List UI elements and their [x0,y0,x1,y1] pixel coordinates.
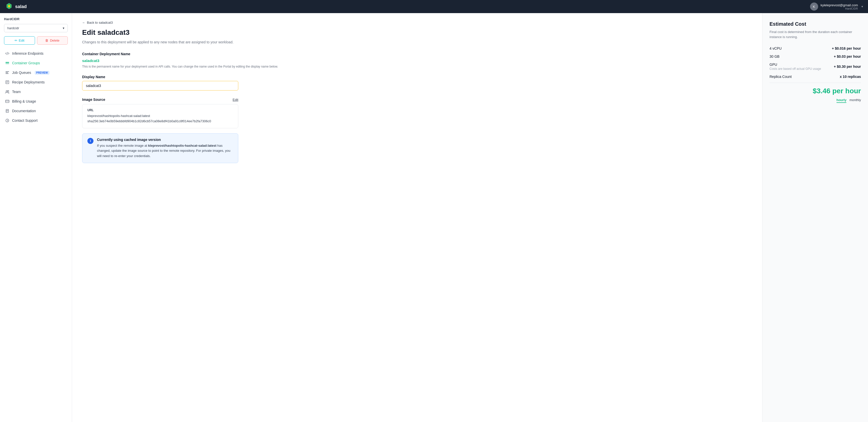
vcpu-value: + $0.016 per hour [832,47,861,50]
memory-value: + $0.03 per hour [834,54,861,58]
sidebar-actions: ✏ Edit 🗑 Delete [4,36,68,45]
sidebar-item-label: Team [12,90,21,94]
page-layout: HardCIDR hardcidr ▾ ✏ Edit 🗑 Delete Infe… [0,13,868,422]
svg-rect-4 [5,63,9,64]
sidebar-item-contact-support[interactable]: Contact Support [0,116,72,125]
user-menu[interactable]: K kyleleprevost@gmail.com HardCIDR ▾ [810,2,863,10]
docs-icon [5,109,9,113]
svg-rect-3 [5,62,9,63]
sidebar-item-recipe-deployments[interactable]: Recipe Deployments [0,77,72,87]
preview-badge: PREVIEW [35,71,50,75]
page-description: Changes to this deployment will be appli… [82,39,752,45]
cost-row-gpu: GPU Costs are based off actual GPU usage… [770,62,861,71]
svg-point-9 [8,90,9,91]
team-icon [5,89,9,94]
vcpu-label: 4 vCPU [770,47,782,50]
display-name-label: Display Name [82,75,752,79]
container-deployment-name-label: Container Deployment Name [82,52,752,56]
edit-label: Edit [19,38,25,43]
sidebar-item-label: Contact Support [12,118,37,122]
cost-row-replicas: Replica Count x 10 replicas [770,75,861,79]
org-name: HardCIDR [0,17,72,24]
sidebar-item-label: Container Groups [12,61,40,65]
cached-info-content: Currently using cached image version If … [97,138,233,159]
url-value: kleprevost/hashtopolis-hashcat-salad:lat… [87,113,233,124]
svg-point-8 [6,90,7,92]
support-icon [5,118,9,123]
toggle-monthly-button[interactable]: monthly [849,97,861,103]
cost-divider [770,83,861,83]
sidebar-item-label: Inference Endpoints [12,51,43,55]
delete-label: Delete [50,38,59,43]
arrow-left-icon: ← [82,21,85,24]
logo-text: salad [15,4,27,9]
org-dropdown[interactable]: hardcidr ▾ [4,24,68,32]
cached-info-title: Currently using cached image version [97,138,233,142]
image-source-label: Image Source [82,97,105,102]
sidebar-item-team[interactable]: Team [0,87,72,96]
image-source-header: Image Source Edit [82,97,238,102]
replicas-label: Replica Count [770,75,792,79]
cached-info-text: If you suspect the remote image at klepr… [97,143,233,159]
gpu-label: GPU [770,62,821,66]
page-title: Edit saladcat3 [82,28,752,36]
chevron-down-icon: ▾ [63,26,64,30]
user-email: kyleleprevost@gmail.com [820,3,858,7]
sidebar: HardCIDR hardcidr ▾ ✏ Edit 🗑 Delete Infe… [0,13,72,422]
cached-info-box: i Currently using cached image version I… [82,133,238,163]
svg-rect-10 [5,100,9,103]
deployment-name-value: saladcat3 [82,58,752,63]
cost-toggle: hourly monthly [770,97,861,103]
trash-icon: 🗑 [45,38,49,43]
sidebar-item-billing[interactable]: Billing & Usage [0,96,72,106]
user-org: HardCIDR [820,7,858,10]
replicas-value: x 10 replicas [840,75,861,79]
deployment-name-hint: This is the permanent name for your depl… [82,64,752,69]
sidebar-item-label: Recipe Deployments [12,80,44,84]
cost-panel: Estimated Cost Final cost is determined … [762,13,868,422]
sidebar-item-job-queues[interactable]: Job Queues PREVIEW [0,68,72,77]
main-content: ← Back to saladcat3 Edit saladcat3 Chang… [72,13,762,422]
svg-rect-6 [5,72,8,73]
sidebar-item-label: Job Queues [12,71,31,75]
recipe-icon [5,80,9,84]
sidebar-item-inference-endpoints[interactable]: Inference Endpoints [0,49,72,58]
url-label: URL [87,108,233,112]
user-info: kyleleprevost@gmail.com HardCIDR [820,3,858,10]
salad-logo-icon [5,2,13,10]
queue-icon [5,70,9,75]
info-icon: i [87,138,93,144]
sidebar-item-container-groups[interactable]: Container Groups [0,58,72,68]
sidebar-item-documentation[interactable]: Documentation [0,106,72,116]
cost-row-memory: 30 GB + $0.03 per hour [770,54,861,58]
edit-button[interactable]: ✏ Edit [4,36,35,45]
chevron-down-icon: ▾ [862,5,863,8]
back-link[interactable]: ← Back to saladcat3 [82,21,752,24]
sidebar-navigation: Inference Endpoints Container Groups Job… [0,49,72,125]
delete-button[interactable]: 🗑 Delete [37,36,68,45]
svg-rect-5 [5,71,9,72]
avatar: K [810,2,818,10]
sidebar-item-label: Documentation [12,109,36,113]
display-name-input[interactable] [82,81,238,90]
gpu-value: + $0.30 per hour [834,64,861,68]
cost-total: $3.46 per hour [770,87,861,95]
edit-icon: ✏ [14,38,18,43]
cost-row-vcpu: 4 vCPU + $0.016 per hour [770,47,861,50]
svg-rect-7 [5,73,8,74]
back-link-label: Back to saladcat3 [87,21,113,24]
toggle-hourly-button[interactable]: hourly [837,97,846,103]
cost-description: Final cost is determined from the durati… [770,29,861,39]
image-source-box: URL kleprevost/hashtopolis-hashcat-salad… [82,104,238,128]
svg-point-11 [6,119,9,122]
org-dropdown-value: hardcidr [7,26,19,30]
layers-icon [5,61,9,65]
memory-label: 30 GB [770,54,780,58]
billing-icon [5,99,9,104]
logo[interactable]: salad [5,2,27,10]
top-navigation: salad K kyleleprevost@gmail.com HardCIDR… [0,0,868,13]
image-source-edit-link[interactable]: Edit [233,98,238,102]
code-icon [5,51,9,56]
gpu-sublabel: Costs are based off actual GPU usage [770,67,821,71]
sidebar-item-label: Billing & Usage [12,99,36,103]
